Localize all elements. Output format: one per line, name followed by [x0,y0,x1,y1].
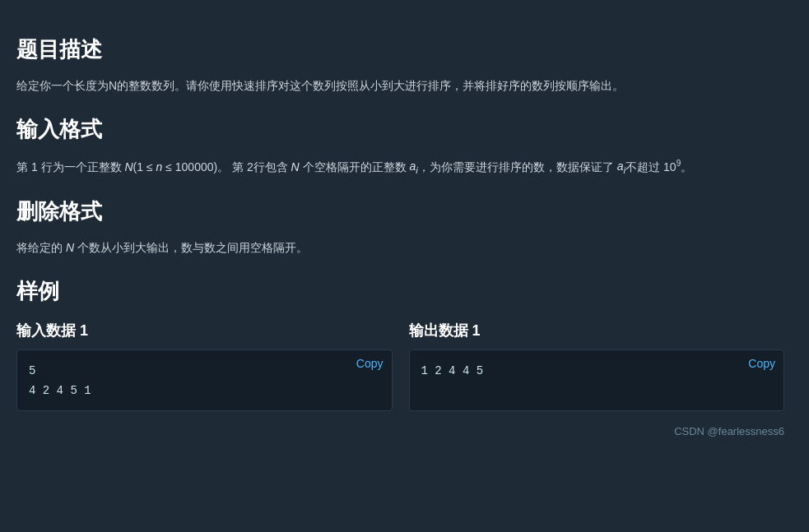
output-example-block: 输出数据 1 Copy 1 2 4 4 5 [409,318,785,412]
examples-title: 样例 [16,273,784,309]
problem-description: 给定你一个长度为N的整数数列。请你使用快速排序对这个数列按照从小到大进行排序，并… [16,76,784,96]
output-format-title: 删除格式 [16,193,784,229]
problem-title: 题目描述 [16,31,784,67]
output-format-body: 将给定的 N 个数从小到大输出，数与数之间用空格隔开。 [16,238,784,258]
output-code-content: 1 2 4 4 5 [421,362,773,382]
output-example-label: 输出数据 1 [409,318,785,344]
input-copy-button[interactable]: Copy [356,357,384,370]
input-example-label: 输入数据 1 [16,318,393,344]
input-format-body: 第 1 行为一个正整数 N(1 ≤ n ≤ 100000)。 第 2行包含 N … [16,156,784,178]
input-code-box: Copy 5 4 2 4 5 1 [16,349,393,411]
input-example-block: 输入数据 1 Copy 5 4 2 4 5 1 [16,318,393,412]
output-copy-button[interactable]: Copy [748,357,775,370]
input-format-title: 输入格式 [16,111,784,147]
math-N: N [124,160,133,173]
footer-credit: CSDN @fearlessness6 [16,423,784,441]
examples-row: 输入数据 1 Copy 5 4 2 4 5 1 输出数据 1 Copy 1 2 … [16,318,784,412]
input-code-content: 5 4 2 4 5 1 [29,362,380,401]
output-code-box: Copy 1 2 4 4 5 [409,349,785,411]
